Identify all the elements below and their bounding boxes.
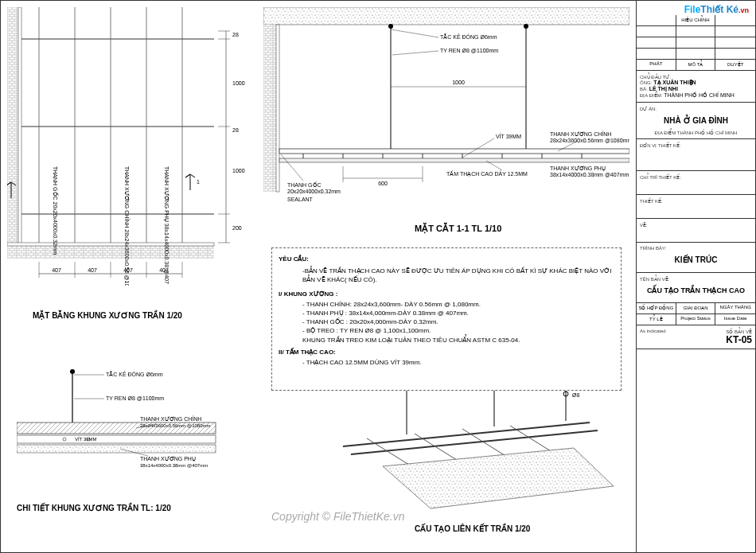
revision-grid: HIỆU CHỈNH PHÁT MÔ TẢ DUYỆT	[637, 15, 755, 71]
svg-rect-15	[7, 243, 214, 246]
section-anno-sealant: SEALANT	[287, 197, 314, 202]
notes-sub1: I/ KHUNG XƯƠNG :	[279, 290, 614, 298]
plan-title: MẶT BẰNG KHUNG XƯƠNG TRẦN 1/20	[33, 311, 182, 320]
tb-foot-1: SỐ HỢP ĐỒNG	[637, 303, 676, 314]
tb-col-mota: MÔ TẢ	[676, 60, 716, 71]
plan-label-goc: THANH GỐC 20x20x4000x0.32mm	[53, 166, 59, 255]
tb-check-section: VẼ:	[637, 219, 755, 243]
svg-rect-13	[18, 7, 21, 246]
tb-chief-label: CHỈ TRÌ THIẾT KẾ:	[640, 174, 752, 180]
notes-intro: -BẢN VẼ TRẦN THẠCH CAO NÀY SẼ ĐƯỢC ƯU TI…	[302, 267, 614, 284]
tb-unit-section: ĐƠN VỊ THIẾT KẾ:	[637, 139, 755, 171]
svg-line-58	[391, 29, 438, 37]
section-anno-vit: VÍT 39MM	[496, 133, 521, 139]
svg-line-60	[462, 138, 494, 158]
svg-rect-37	[263, 7, 629, 25]
tb-foot-3: NGÀY THÁNG	[715, 303, 755, 314]
plan-dim-1000b: 1000	[232, 168, 245, 173]
plan-dim-407a: 407	[52, 267, 61, 273]
section-anno-chinh2: 28x24x3600x0.56mm @1080mm	[550, 138, 629, 143]
section-title: MẶT CẮT 1-1 TL 1/10	[415, 224, 501, 234]
tb-foot-2: GIAI ĐOẠN	[676, 303, 716, 314]
tb-owner-label: CHỦ ĐẦU TƯ:	[640, 74, 752, 80]
plan-dim-407d: 407	[159, 267, 169, 273]
watermark: Copyright © FileThietKe.vn	[271, 510, 405, 523]
section-anno-tyren: TY REN Ø8 @1100mm	[440, 48, 498, 53]
plan-dim-200: 200	[232, 225, 242, 231]
tb-drawing-label: TÊN BẢN VẼ:	[640, 276, 752, 282]
plan-view: 1 THANH GỐC 20x20x4000x0.32mm THANH XƯƠN…	[7, 7, 246, 286]
tb-rev-header: HIỆU CHỈNH	[676, 15, 716, 26]
tb-project-sub: ĐỊA ĐIỂM THÀNH PHỐ HỒ CHÍ MINH	[640, 130, 752, 135]
section-anno-goc2: 20x20x4000x0.32mm	[287, 189, 341, 194]
tb-scale: As indicated	[640, 329, 666, 333]
plan-dim-1000a: 1000	[232, 80, 245, 86]
tb-drawing-section: TÊN BẢN VẼ: CẤU TẠO TRẦN THẠCH CAO	[637, 273, 755, 303]
tb-unit-label: ĐƠN VỊ THIẾT KẾ:	[640, 142, 752, 148]
detail-anno-chinh: THANH XƯƠNG CHÍNH	[140, 415, 201, 422]
section-anno-tam: TẤM THẠCH CAO DÀY 12.5MM	[446, 170, 528, 177]
tb-sheet: KT-05	[726, 334, 752, 345]
iso-anno-bolt: Ø8	[572, 392, 579, 398]
svg-point-65	[70, 369, 75, 374]
detail-anno-tacke: TẮC KÊ ĐÓNG Ø6mm	[106, 371, 163, 377]
notes-header: YÊU CẦU:	[279, 255, 614, 263]
notes-l4: - BỘ TREO : TY REN Ø8 @ 1,100x1,100mm.	[302, 326, 614, 335]
section-anno-phu: THANH XƯƠNG PHỤ	[550, 166, 606, 172]
notes-l6: - THẠCH CAO 12.5MM DÙNG VÍT 39mm.	[302, 358, 614, 367]
notes-l3: - THANH GỐC : 20x20x4,000mm-DÀY 0.32mm.	[302, 317, 614, 326]
section-anno-tacke: TẮC KÊ ĐÓNG Ø6mm	[440, 33, 497, 40]
tb-col-phat: PHÁT	[637, 60, 676, 71]
tb-project-label: DỰ ÁN:	[640, 106, 752, 111]
section-anno-goc: THANH GỐC	[287, 181, 321, 188]
tb-designer-section: THIẾT KẾ:	[637, 195, 755, 219]
notes-l5: KHUNG TRẦN TREO KIM LOẠI TUÂN THEO TIÊU …	[302, 336, 614, 345]
tb-category: KIẾN TRÚC	[640, 251, 752, 269]
svg-point-43	[524, 24, 528, 29]
section-anno-chinh: THANH XƯƠNG CHÍNH	[550, 130, 611, 137]
detail-title: CHI TIẾT KHUNG XƯƠNG TRẦN TL: 1/20	[17, 504, 171, 512]
section-dim-600: 600	[378, 181, 388, 186]
detail-anno-tyren: TY REN Ø8 @1100mm	[106, 395, 164, 401]
detail-anno-phu2: 38x14x4000x0.38mm @407mm	[140, 463, 208, 468]
notes-l2: - THANH PHỤ : 38x14x4,000mm-DÀY 0.38mm @…	[302, 309, 614, 317]
svg-rect-44	[279, 149, 629, 154]
detail-anno-vit: VÍT 39MM	[75, 437, 97, 442]
title-block: HIỆU CHỈNH PHÁT MÔ TẢ DUYỆT CHỦ ĐẦU TƯ: …	[636, 1, 755, 553]
svg-text:1: 1	[197, 179, 200, 185]
tb-footer-grid: SỐ HỢP ĐỒNG GIAI ĐOẠN NGÀY THÁNG TỶ LỆ P…	[637, 303, 755, 325]
tb-category-section: TRÌNH BÀY: KIẾN TRÚC	[637, 243, 755, 273]
tb-designer-label: THIẾT KẾ:	[640, 198, 752, 204]
svg-line-59	[392, 51, 438, 55]
tb-owner2-label: BÀ:	[640, 87, 648, 92]
tb-foot2-1: TỶ LỆ	[637, 314, 676, 325]
section-view: 1000 600 TẮC KÊ ĐÓNG Ø6mm TY REN Ø8 @110…	[263, 7, 629, 214]
tb-sheet-section: As indicated SỐ BẢN VẼ KT-05	[637, 325, 755, 349]
plan-dim-407c: 407	[123, 267, 133, 273]
tb-project-section: DỰ ÁN: NHÀ Ở GIA ĐÌNH ĐỊA ĐIỂM THÀNH PHỐ…	[637, 103, 755, 139]
tb-foot2-2: Project Status	[676, 314, 716, 325]
svg-rect-39	[276, 25, 279, 192]
svg-rect-12	[7, 7, 20, 246]
tb-project: NHÀ Ở GIA ĐÌNH	[640, 111, 752, 130]
detail-anno-phu: THANH XƯƠNG PHỤ	[140, 456, 196, 462]
detail-anno-chinh2: 28x24x3600x0.56mm @1080mm	[140, 423, 210, 428]
detail-view: TẮC KÊ ĐÓNG Ø6mm TY REN Ø8 @1100mm THANH…	[17, 367, 247, 494]
tb-owner1-label: ÔNG:	[640, 80, 652, 85]
tb-check-label: VẼ:	[640, 222, 752, 228]
tb-foot2-3: Issue Date	[715, 314, 755, 325]
notes-box: YÊU CẦU: -BẢN VẼ TRẦN THẠCH CAO NÀY SẼ Đ…	[271, 247, 622, 391]
tb-owner2: LÊ THỊ NHI	[649, 86, 678, 92]
svg-rect-70	[17, 435, 216, 443]
plan-label-phu: THANH XƯƠNG PHỤ 38x14x4000x0.38 @407	[163, 166, 170, 284]
section-dim-1000: 1000	[452, 80, 465, 85]
iso-title: CẤU TẠO LIÊN KẾT TRẦN 1/20	[415, 524, 530, 533]
notes-sub2: II/ TẤM THẠC CAO:	[279, 348, 614, 356]
tb-drawing: CẤU TẠO TRẦN THẠCH CAO	[640, 282, 752, 299]
plan-dim-28b: 28	[232, 127, 239, 133]
plan-dim-407b: 407	[88, 267, 97, 273]
tb-chief-section: CHỈ TRÌ THIẾT KẾ:	[637, 171, 755, 195]
svg-rect-38	[263, 25, 278, 192]
plan-dim-28a: 28	[232, 32, 239, 37]
notes-l1: - THANH CHÍNH: 28x24x3,600mm- DÀY 0.56mm…	[302, 300, 614, 309]
